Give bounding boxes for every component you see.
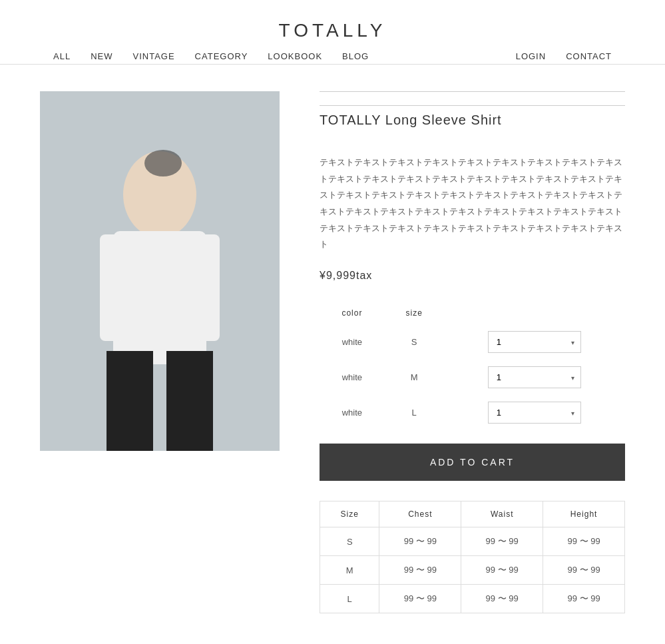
svg-rect-8: [116, 234, 203, 354]
quantity-select-s[interactable]: 1 2 3: [488, 331, 581, 353]
size-chart-size-l: L: [320, 585, 379, 613]
nav-item-vintage[interactable]: VINTAGE: [132, 51, 174, 61]
svg-rect-18: [150, 201, 170, 238]
svg-rect-30: [138, 188, 159, 201]
svg-point-12: [158, 296, 161, 299]
size-chart-height-s: 99 〜 99: [543, 527, 625, 556]
nav-left: ALL NEW VINTAGE CATEGORY LOOKBOOK BLOG: [53, 51, 369, 61]
svg-rect-25: [138, 188, 159, 201]
svg-rect-1: [40, 91, 160, 451]
main-content: TOTALLY Long Sleeve Shirt テキストテキストテキストテキ…: [0, 91, 665, 613]
svg-point-19: [125, 147, 194, 229]
size-chart-header-chest: Chest: [379, 501, 461, 527]
size-chart-size-m: M: [320, 556, 379, 585]
add-to-cart-button[interactable]: ADD TO CART: [320, 444, 625, 481]
product-photo: [40, 91, 280, 451]
color-header: color: [320, 302, 385, 324]
svg-rect-26: [160, 188, 182, 201]
product-top-border: [320, 91, 625, 92]
svg-point-10: [158, 270, 161, 272]
nav-item-login[interactable]: LOGIN: [516, 51, 546, 61]
variant-row-m: white M 1 2 3 ▾: [320, 360, 625, 395]
svg-rect-21: [125, 155, 194, 171]
quantity-select-l[interactable]: 1 2 3: [488, 402, 581, 424]
nav-item-blog[interactable]: BLOG: [342, 51, 369, 61]
product-price: ¥9,999tax: [320, 270, 625, 282]
svg-rect-2: [160, 91, 280, 451]
variant-size-s: S: [385, 324, 444, 360]
size-chart-header-size: Size: [320, 501, 379, 527]
svg-point-23: [119, 181, 131, 198]
variant-qty-m: 1 2 3 ▾: [444, 360, 626, 395]
svg-marker-9: [152, 234, 168, 258]
variant-qty-s: 1 2 3 ▾: [444, 324, 626, 360]
variant-qty-l: 1 2 3 ▾: [444, 395, 626, 430]
size-chart-height-l: 99 〜 99: [543, 585, 625, 613]
variant-row-l: white L 1 2 3 ▾: [320, 395, 625, 430]
size-chart-chest-s: 99 〜 99: [379, 527, 461, 556]
quantity-select-container-s: 1 2 3 ▾: [488, 331, 581, 353]
svg-point-16: [204, 329, 222, 353]
variant-size-m: M: [385, 360, 444, 395]
size-chart-chest-l: 99 〜 99: [379, 585, 461, 613]
product-image-container: [40, 91, 280, 613]
product-details: TOTALLY Long Sleeve Shirt テキストテキストテキストテキ…: [320, 91, 625, 613]
nav-item-contact[interactable]: CONTACT: [566, 51, 612, 61]
quantity-select-container-l: 1 2 3 ▾: [488, 402, 581, 424]
svg-rect-7: [158, 358, 161, 451]
variant-color-m: white: [320, 360, 385, 395]
svg-rect-13: [93, 238, 120, 338]
product-description: テキストテキストテキストテキストテキストテキストテキストテキストテキストテキスト…: [320, 155, 625, 253]
nav-item-new[interactable]: NEW: [91, 51, 112, 61]
variant-color-l: white: [320, 395, 385, 430]
svg-rect-17: [99, 332, 114, 340]
svg-rect-0: [40, 91, 280, 451]
svg-point-33: [146, 211, 173, 224]
variant-size-l: L: [385, 395, 444, 430]
variants-table: color size white S 1 2 3: [320, 302, 625, 430]
quantity-select-m[interactable]: 1 2 3: [488, 366, 581, 388]
svg-point-15: [97, 329, 116, 353]
svg-rect-14: [200, 238, 226, 338]
svg-rect-31: [160, 188, 182, 201]
header: TOTALLY: [0, 0, 665, 48]
quantity-select-container-m: 1 2 3 ▾: [488, 366, 581, 388]
quantity-header: [444, 302, 626, 324]
size-header: size: [385, 302, 444, 324]
size-chart-waist-s: 99 〜 99: [461, 527, 543, 556]
svg-point-32: [136, 200, 183, 229]
size-chart-header-waist: Waist: [461, 501, 543, 527]
size-chart: Size Chest Waist Height S 99 〜 99 99 〜 9…: [320, 501, 625, 613]
size-chart-waist-m: 99 〜 99: [461, 556, 543, 585]
svg-point-11: [158, 283, 161, 286]
product-title: TOTALLY Long Sleeve Shirt: [320, 105, 625, 141]
size-chart-row-s: S 99 〜 99 99 〜 99 99 〜 99: [320, 527, 625, 556]
svg-rect-6: [126, 338, 193, 451]
variant-row-s: white S 1 2 3 ▾: [320, 324, 625, 360]
svg-point-20: [125, 135, 194, 181]
nav-item-all[interactable]: ALL: [53, 51, 71, 61]
nav-item-category[interactable]: CATEGORY: [195, 51, 248, 61]
size-chart-height-m: 99 〜 99: [543, 556, 625, 585]
nav-item-lookbook[interactable]: LOOKBOOK: [268, 51, 322, 61]
product-image: [40, 91, 280, 451]
svg-point-24: [188, 181, 200, 198]
navigation: ALL NEW VINTAGE CATEGORY LOOKBOOK BLOG L…: [0, 48, 665, 65]
size-chart-chest-m: 99 〜 99: [379, 556, 461, 585]
size-chart-row-m: M 99 〜 99 99 〜 99 99 〜 99: [320, 556, 625, 585]
size-chart-header-height: Height: [543, 501, 625, 527]
size-chart-size-s: S: [320, 527, 379, 556]
product-image-svg: [40, 91, 280, 451]
nav-right: LOGIN CONTACT: [516, 51, 612, 61]
variant-color-s: white: [320, 324, 385, 360]
size-chart-row-l: L 99 〜 99 99 〜 99 99 〜 99: [320, 585, 625, 613]
svg-point-22: [126, 131, 193, 168]
size-chart-waist-l: 99 〜 99: [461, 585, 543, 613]
site-logo[interactable]: TOTALLY: [0, 20, 665, 41]
